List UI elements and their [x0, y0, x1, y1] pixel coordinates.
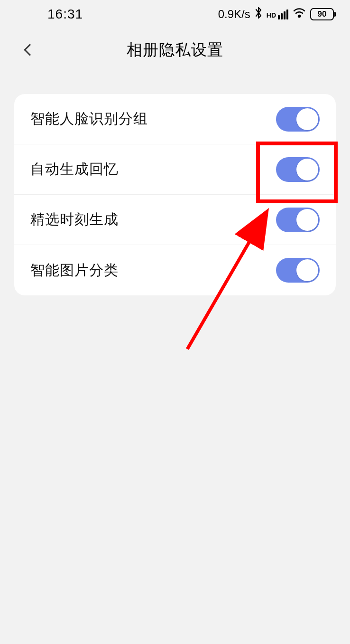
back-button[interactable] [19, 40, 38, 59]
setting-label: 精选时刻生成 [30, 210, 119, 229]
network-speed: 0.9K/s [218, 8, 250, 21]
toggle-switch[interactable] [276, 157, 320, 182]
battery-icon: 90 [310, 8, 336, 20]
setting-label: 智能人脸识别分组 [30, 109, 148, 129]
setting-row-auto-memories[interactable]: 自动生成回忆 [14, 144, 336, 195]
bluetooth-icon [254, 6, 263, 23]
page-header: 相册隐私设置 [0, 28, 350, 71]
status-bar: 16:31 0.9K/s HD 90 [0, 0, 350, 28]
status-indicators: 0.9K/s HD 90 [218, 6, 336, 23]
toggle-switch[interactable] [276, 208, 320, 232]
status-time: 16:31 [47, 7, 83, 22]
wifi-icon [292, 7, 306, 22]
settings-card: 智能人脸识别分组 自动生成回忆 精选时刻生成 智能图片分类 [14, 94, 336, 295]
page-title: 相册隐私设置 [19, 39, 331, 61]
chevron-left-icon [24, 44, 36, 56]
setting-row-featured-moments[interactable]: 精选时刻生成 [14, 195, 336, 245]
setting-row-smart-classification[interactable]: 智能图片分类 [14, 245, 336, 295]
signal-icon: HD [267, 9, 288, 19]
toggle-switch[interactable] [276, 258, 320, 283]
setting-label: 自动生成回忆 [30, 160, 119, 179]
toggle-switch[interactable] [276, 107, 320, 132]
setting-label: 智能图片分类 [30, 261, 119, 280]
svg-point-0 [298, 15, 300, 17]
setting-row-face-recognition[interactable]: 智能人脸识别分组 [14, 94, 336, 144]
